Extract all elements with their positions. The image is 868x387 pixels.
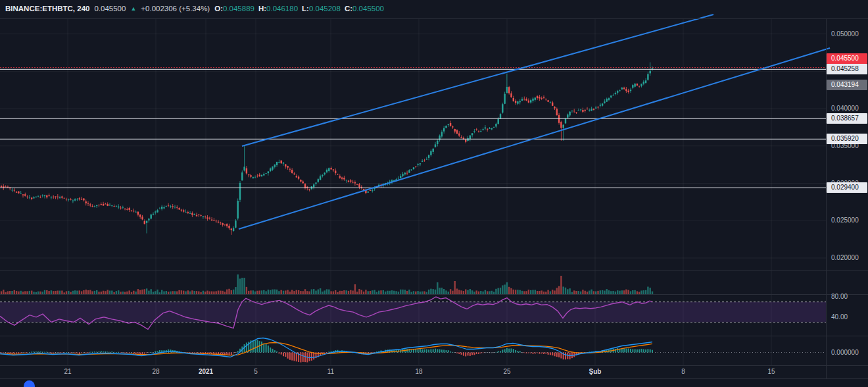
- time-axis-label: 21: [64, 368, 71, 375]
- close-value: 0.045500: [352, 5, 384, 13]
- price-badge-light: 0.029400: [827, 182, 867, 193]
- chart-window: BINANCE:ETHBTC, 240 0.045500 ▲ +0.002306…: [0, 0, 868, 387]
- time-axis-label: 2021: [199, 368, 213, 375]
- candles-series: [1, 63, 653, 235]
- macd-axis-label: 0.000000: [827, 348, 868, 357]
- price-badge-gray: 0.043194: [827, 80, 867, 90]
- high-value: 0.046180: [266, 5, 298, 13]
- time-axis-label: Şub: [589, 368, 602, 375]
- price-axis-label: 0.020000: [827, 253, 868, 263]
- price-badge-light: 0.035920: [827, 134, 867, 144]
- time-axis-label: 18: [415, 368, 422, 375]
- macd-histogram: [1, 340, 653, 362]
- pane-borders: [0, 19, 868, 379]
- open-label: O:: [214, 5, 223, 13]
- high-label: H:: [258, 5, 266, 13]
- up-arrow-icon: ▲: [130, 5, 136, 12]
- price-axis-label: 0.025000: [827, 216, 868, 225]
- low-value: 0.045208: [309, 5, 341, 13]
- time-axis-label: 15: [767, 368, 775, 375]
- time-axis-label: 8: [681, 368, 685, 375]
- chart-canvas[interactable]: [0, 0, 868, 387]
- rsi-pane: [0, 302, 826, 322]
- price-badge-light: 0.038657: [827, 113, 867, 124]
- symbol-title[interactable]: BINANCE:ETHBTC, 240: [5, 5, 89, 13]
- trend-channel-lines[interactable]: [239, 14, 830, 229]
- volume-series: [1, 274, 653, 294]
- price-axis-label: 0.050000: [827, 30, 868, 39]
- price-badge-red: 0.045500: [827, 53, 867, 64]
- price-badge-light: 0.045258: [827, 64, 867, 74]
- time-axis-label: 28: [152, 368, 159, 375]
- time-axis-label: 5: [254, 368, 258, 375]
- rsi-axis-label: 80.00: [827, 292, 868, 301]
- horizontal-level-lines[interactable]: [0, 68, 826, 188]
- ohlc-values: O:0.045889 H:0.046180 L:0.045208 C:0.045…: [214, 5, 384, 13]
- change-value: +0.002306 (+5.34%): [141, 5, 210, 13]
- rsi-axis-label: 40.00: [827, 313, 868, 322]
- open-value: 0.045889: [223, 5, 254, 13]
- last-price-value: 0.045500: [94, 5, 126, 13]
- symbol-legend[interactable]: BINANCE:ETHBTC, 240 0.045500 ▲ +0.002306…: [5, 5, 384, 13]
- low-label: L:: [302, 5, 309, 13]
- time-axis-label: 11: [327, 368, 334, 375]
- tradingview-logo-icon[interactable]: [24, 380, 35, 387]
- close-label: C:: [345, 5, 352, 13]
- time-axis-label: 25: [503, 368, 510, 375]
- price-axis-label: 0.040000: [827, 104, 868, 113]
